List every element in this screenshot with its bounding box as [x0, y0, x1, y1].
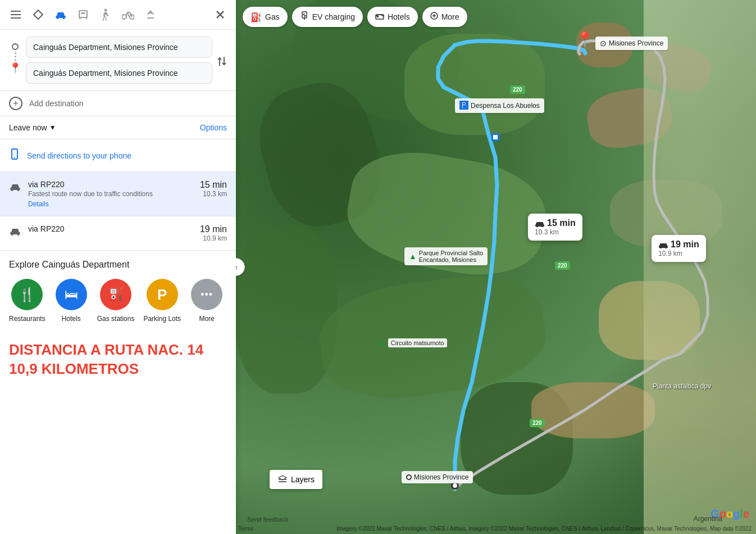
- bike-mode-icon[interactable]: [119, 6, 137, 24]
- route-2-time: 19 min: [200, 224, 227, 234]
- left-panel: 📍 + Add destination Leave now ▼ Options …: [0, 0, 236, 534]
- route-1-time-col: 15 min 10.3 km: [200, 180, 227, 198]
- place-label-misiones-bottom: Misiones Province: [402, 471, 473, 483]
- route-inputs: 📍: [0, 30, 236, 91]
- ev-chip-label: EV charging: [312, 12, 355, 21]
- flight-mode-icon[interactable]: [142, 6, 160, 24]
- filter-ev[interactable]: EV charging: [292, 7, 363, 27]
- hotels-circle: 🛏: [56, 279, 87, 310]
- svg-rect-2: [11, 17, 21, 19]
- svg-line-13: [103, 17, 104, 21]
- route-1-details: via RP220 Fastest route now due to traff…: [28, 180, 193, 208]
- road-label-220-top: 220: [510, 85, 525, 94]
- walk-mode-icon[interactable]: [97, 6, 115, 24]
- map-area[interactable]: 📍 15 min 10.3 km 19 min 10.9 km 🅿 Despen…: [236, 0, 756, 534]
- explore-icons: 🍴 Restaurants 🛏 Hotels ⛽ Gas stations P …: [9, 279, 227, 323]
- card-1-dist: 10.3 km: [535, 228, 576, 236]
- menu-icon[interactable]: [7, 6, 25, 24]
- svg-point-12: [104, 9, 107, 12]
- hotels-label: Hotels: [62, 315, 81, 323]
- swap-button[interactable]: [217, 51, 227, 70]
- svg-rect-17: [147, 17, 154, 19]
- terms-label[interactable]: Terms: [238, 526, 253, 532]
- card-1-time: 15 min: [547, 218, 576, 228]
- add-destination-label: Add destination: [29, 99, 84, 108]
- place-label-planta: Planta asfáltica dpv: [653, 382, 711, 390]
- svg-point-27: [17, 233, 20, 236]
- add-circle-icon: +: [9, 97, 22, 110]
- svg-rect-7: [79, 11, 87, 17]
- place-label-parque: ▲ Parque Provincial SaltoEncantado, Misi…: [404, 247, 488, 265]
- route-1-details-link[interactable]: Details: [28, 200, 193, 208]
- route-option-2[interactable]: via RP220 19 min 10.9 km: [0, 216, 236, 251]
- ev-chip-icon: [300, 11, 309, 22]
- destination-pin-top: 📍: [576, 31, 594, 48]
- dest-pin-icon: 📍: [9, 63, 21, 73]
- place-label-despensa: 🅿 Despensa Los Abuelos: [455, 98, 544, 113]
- svg-rect-9: [83, 12, 85, 14]
- argentina-label: Argentina: [694, 515, 722, 523]
- toolbar: [0, 0, 236, 30]
- route-option-1[interactable]: via RP220 Fastest route now due to traff…: [0, 172, 236, 216]
- inputs-column: [26, 37, 212, 84]
- car-mode-icon[interactable]: [52, 6, 70, 24]
- hotels-chip-icon: [375, 12, 384, 22]
- route-2-details: via RP220: [28, 224, 193, 233]
- filter-hotels[interactable]: Hotels: [367, 7, 418, 27]
- send-directions-row[interactable]: Send directions to your phone: [0, 139, 236, 172]
- explore-item-gas-stations[interactable]: ⛽ Gas stations: [97, 279, 135, 323]
- leave-now-button[interactable]: Leave now ▼: [9, 123, 56, 132]
- svg-line-14: [106, 17, 106, 21]
- filter-gas[interactable]: ⛽ Gas: [243, 7, 288, 27]
- explore-item-more[interactable]: ••• More: [190, 279, 224, 323]
- parking-label: Parking Lots: [143, 315, 181, 323]
- road-label-220-bot: 220: [530, 419, 545, 427]
- explore-item-parking[interactable]: P Parking Lots: [143, 279, 181, 323]
- svg-point-5: [57, 17, 59, 19]
- route-line: [15, 52, 16, 61]
- big-text-line1: DISTANCIA A RUTA NAC. 14: [9, 341, 227, 360]
- explore-item-hotels[interactable]: 🛏 Hotels: [54, 279, 88, 323]
- options-button[interactable]: Options: [200, 123, 227, 132]
- svg-point-21: [14, 157, 15, 158]
- route-car-icon-1: [9, 181, 21, 194]
- route-card-1[interactable]: 15 min 10.3 km: [528, 214, 582, 241]
- route-1-name: via RP220: [28, 180, 193, 189]
- restaurants-circle: 🍴: [11, 279, 43, 310]
- waypoint-dot: [491, 133, 499, 141]
- map-background: 📍 15 min 10.3 km 19 min 10.9 km 🅿 Despen…: [236, 0, 756, 534]
- origin-input[interactable]: [26, 37, 212, 58]
- gas-circle: ⛽: [100, 279, 131, 310]
- route-1-desc: Fastest route now due to traffic conditi…: [28, 190, 193, 198]
- diamond-icon[interactable]: [29, 6, 47, 24]
- add-destination-row[interactable]: + Add destination: [0, 91, 236, 116]
- transit-mode-icon[interactable]: [74, 6, 92, 24]
- route-card-2[interactable]: 19 min 10.9 km: [652, 235, 706, 262]
- destination-input[interactable]: [26, 62, 212, 84]
- layers-button[interactable]: Layers: [270, 470, 322, 489]
- origin-dot: [12, 43, 19, 50]
- departure-row: Leave now ▼ Options: [0, 116, 236, 139]
- chevron-down-icon: ▼: [49, 124, 56, 132]
- explore-item-restaurants[interactable]: 🍴 Restaurants: [9, 279, 45, 323]
- svg-rect-42: [279, 481, 286, 482]
- place-label-misiones-top: ⊙ Misiones Province: [595, 37, 668, 50]
- filter-more[interactable]: More: [422, 7, 467, 27]
- send-feedback-link[interactable]: Send feedback: [247, 516, 288, 523]
- phone-icon: [9, 148, 20, 162]
- route-1-distance: 10.3 km: [200, 190, 227, 198]
- send-directions-label: Send directions to your phone: [27, 151, 131, 160]
- card-2-dist: 10.9 km: [658, 250, 699, 257]
- svg-rect-0: [11, 11, 21, 12]
- explore-section: Explore Cainguás Department 🍴 Restaurant…: [0, 251, 236, 332]
- route-2-distance: 10.9 km: [200, 234, 227, 242]
- more-label: More: [199, 315, 214, 323]
- close-icon[interactable]: [211, 6, 229, 24]
- route-1-time: 15 min: [200, 180, 227, 190]
- restaurants-label: Restaurants: [9, 315, 45, 323]
- svg-point-23: [11, 189, 13, 191]
- gas-chip-icon: ⛽: [251, 12, 262, 22]
- map-attribution: Imagery ©2022 Maxar Technologies, CNES /…: [336, 526, 752, 532]
- svg-point-24: [17, 189, 20, 191]
- place-label-circuito: ▲ Circuito matsumoto: [374, 336, 452, 350]
